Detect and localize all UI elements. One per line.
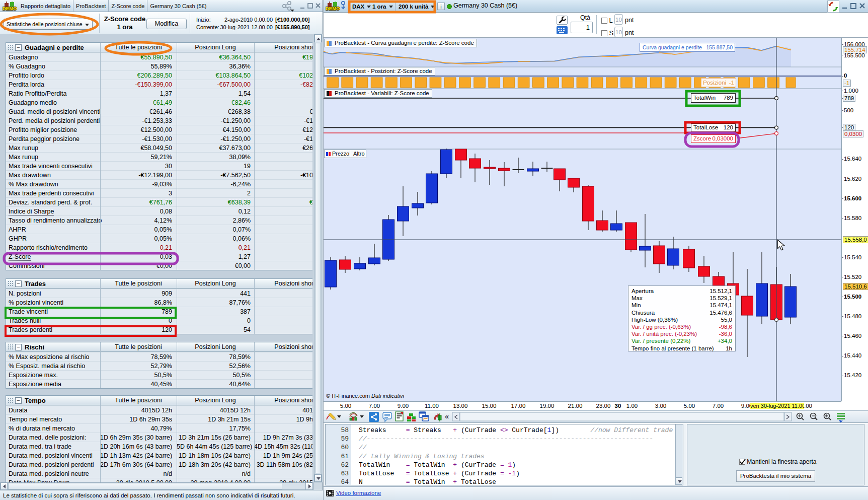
- svg-text:«: «: [445, 412, 449, 420]
- svg-text:DEMO: DEMO: [3, 6, 17, 11]
- svg-text:DEMO: DEMO: [326, 6, 340, 11]
